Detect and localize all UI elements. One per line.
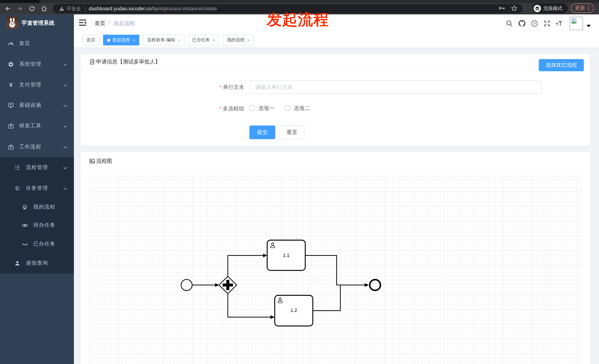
eye-closed-icon [21,241,28,247]
tree-icon [14,185,21,192]
tag-home[interactable]: 首页 [82,35,99,45]
tag-done-tasks[interactable]: 已办任务 × [188,35,219,45]
svg-text:?: ? [533,21,536,25]
chevron-up-icon [63,144,67,150]
reset-button[interactable]: 重置 [279,126,305,139]
task-label: 1.1 [283,253,290,258]
required-asterisk: * [219,84,221,90]
list-icon [14,164,21,171]
sidebar-item-system[interactable]: 系统管理 [0,54,74,75]
chevron-down-icon [63,123,67,129]
browser-back-button[interactable] [3,3,13,14]
checkbox-option2-label[interactable]: 选项二 [294,105,310,112]
app-title[interactable]: 芋道管理系统 [21,20,55,26]
user-icon [14,260,21,267]
github-icon[interactable] [518,20,526,27]
tag-my-process[interactable]: 我的流程 × [223,35,254,45]
tag-create-process[interactable]: 发起流程 × [103,35,139,45]
omnibox-separator [85,6,85,11]
sidebar-item-payment[interactable]: ¥ 支付管理 [0,75,74,95]
browser-update-button[interactable]: 更新 [571,3,594,13]
breadcrumb-home[interactable]: 首页 [95,20,105,27]
tags-view-bar: 首页 发起流程 × 流程表单-编辑 × 已办任务 × 我的流程 × [74,31,599,48]
checkbox-group-label: *多选框组 [219,105,244,112]
eye-icon [21,222,28,229]
sidebar-item-workflow[interactable]: 工作流程 [0,137,74,157]
browser-home-button[interactable] [39,3,49,14]
browser-menu-icon[interactable] [588,6,589,10]
sidebar-item-leave-query[interactable]: 请假查询 [0,253,74,274]
text-field-label: *单行文本 [219,84,244,91]
breadcrumb-current: 发起流程 [114,20,135,27]
incognito-icon [534,5,541,12]
sidebar-item-todo-tasks[interactable]: 待办任务 [0,216,74,235]
bpmn-start-event[interactable] [181,279,192,290]
close-icon[interactable]: × [133,38,135,42]
font-size-icon[interactable] [555,20,563,27]
bpmn-sequence-flow [305,255,365,285]
annotation-title: 发起流程 [267,10,329,30]
bookmark-star-icon[interactable] [511,5,517,12]
security-label[interactable]: 不安全 [67,5,81,12]
sidebar-item-devtools[interactable]: 研发工具 [0,116,74,136]
document-icon [89,59,95,64]
checkbox-option2[interactable] [285,106,290,111]
update-label[interactable]: 更新 [575,5,585,11]
arrowhead [263,254,267,257]
password-key-icon[interactable] [499,6,505,12]
dashboard-icon [7,40,14,47]
browser-tab[interactable] [40,0,599,3]
robot-icon [21,204,28,211]
sidebar-item-my-process[interactable]: 我的流程 [0,197,74,217]
avatar-dropdown-caret[interactable] [586,25,591,27]
security-warning-icon[interactable] [59,6,64,11]
chevron-down-icon [63,165,67,170]
bpmn-diagram: 1.1 1.2 [89,177,583,364]
url-domain: dashboard.yudao.iocoder.cn [89,6,151,11]
sidebar-item-process-management[interactable]: 流程管理 [0,157,74,178]
gear-icon [7,61,14,68]
fullscreen-icon[interactable] [543,20,551,27]
monitor-icon [7,102,14,109]
sidebar-item-task-management[interactable]: 任务管理 [0,178,74,199]
checkbox-option1-label[interactable]: 选项一 [258,105,274,112]
close-icon[interactable]: × [247,38,250,42]
checkbox-option1[interactable] [249,106,255,111]
image-icon [89,158,95,164]
browser-forward-button[interactable] [15,3,24,14]
apply-info-card: 申请信息【测试多审批人】 选择其它流程 *单行文本 *多选框组 选项一 选项二 … [80,53,590,146]
sidebar-item-home[interactable]: 首页 [0,33,74,54]
chevron-up-icon [63,185,67,191]
avatar[interactable] [569,17,583,30]
broken-image-icon [571,18,577,24]
flow-diagram-card-header: 流程图 [80,152,590,170]
url-path: /bpm/process-instance/create [151,6,217,11]
svg-text:¥: ¥ [9,82,12,88]
browser-reload-button[interactable] [27,3,36,14]
browser-tabstrip [0,0,599,3]
bpmn-end-event[interactable] [370,280,380,290]
required-asterisk: * [219,106,221,111]
tag-form-edit[interactable]: 流程表单-编辑 × [143,35,185,45]
close-icon[interactable]: × [212,38,215,42]
help-icon[interactable]: ? [531,20,538,27]
toolbox-icon [7,123,14,129]
bpmn-canvas[interactable]: 1.1 1.2 [89,177,583,364]
close-icon[interactable]: × [178,38,180,42]
search-icon[interactable] [505,20,513,27]
bpmn-sequence-flow [228,255,264,276]
arrowhead [271,315,274,319]
sidebar-fold-icon[interactable] [79,20,87,26]
active-dot [107,39,110,42]
sidebar-item-infrastructure[interactable]: 基础设施 [0,95,74,116]
apply-info-card-header: 申请信息【测试多审批人】 [80,54,590,70]
sidebar-item-done-tasks[interactable]: 已办任务 [0,234,74,254]
submit-button[interactable]: 提交 [249,126,275,139]
select-other-process-button[interactable]: 选择其它流程 [539,59,584,71]
briefcase-icon [7,144,14,150]
screen: 不安全 dashboard.yudao.iocoder.cn/bpm/proce… [0,0,599,364]
app-logo [6,17,18,29]
flow-diagram-card: 流程图 [80,151,590,364]
single-line-text-input[interactable] [249,80,542,94]
bpmn-sequence-flow [313,285,340,311]
